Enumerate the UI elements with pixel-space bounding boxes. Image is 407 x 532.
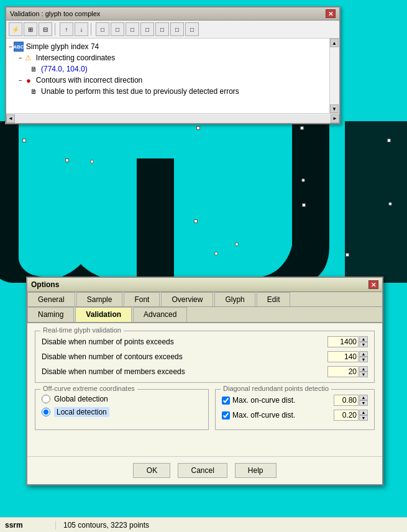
tree-item-label-3: Contours with incorrect direction [36,76,142,85]
handle-2[interactable] [300,126,304,130]
diagonal-spin-up-0[interactable]: ▲ [359,395,368,400]
offcurve-section: Off-curve extreme coordinates Global det… [35,389,209,430]
scrollbar-up-btn[interactable]: ▲ [330,39,339,47]
realtime-input-1[interactable] [327,351,359,362]
tab-sample[interactable]: Sample [76,292,123,306]
scrollbar-left-btn[interactable]: ◄ [6,114,15,123]
toolbar-btn-down[interactable]: ↓ [75,22,88,36]
toolbar-btn-4[interactable]: □ [140,22,154,36]
checkbox-oncurve-label: Max. on-curve dist. [232,396,331,405]
coord-icon: 🗎 [29,64,39,74]
toolbar-btn-1[interactable]: □ [96,22,109,36]
toolbar-btn-7[interactable]: □ [185,22,199,36]
handle-3[interactable] [22,139,26,142]
dialog-footer: OK Cancel Help [27,456,382,484]
handle-circle-1[interactable] [90,160,94,163]
toolbar-btn-3[interactable]: □ [126,22,139,36]
warning-icon: ⚠ [24,53,34,63]
tree-item-label-4: Unable to perform this test due to previ… [41,87,239,96]
spin-up-0[interactable]: ▲ [359,336,368,342]
status-left: ssrm [0,521,56,530]
tab-font[interactable]: Font [124,292,160,306]
cancel-button[interactable]: Cancel [178,463,227,478]
diagonal-input-1[interactable] [334,410,359,421]
realtime-input-0[interactable] [327,336,359,347]
info-icon: 🗎 [29,86,39,96]
error-icon: ● [24,75,34,85]
spin-up-2[interactable]: ▲ [359,366,368,372]
scrollbar-down-btn[interactable]: ▼ [330,104,339,113]
tab-naming[interactable]: Naming [27,307,74,322]
handle-7[interactable] [302,203,306,207]
toolbar-sep1 [55,23,57,35]
tree-row-1[interactable]: − ⚠ Intersecting coordinates [19,52,327,63]
tab-glyph[interactable]: Glyph [214,292,255,306]
realtime-legend: Real-time glyph validation [40,326,124,334]
validation-close-button[interactable]: ✕ [326,9,336,18]
offcurve-legend: Off-curve extreme coordinates [40,385,137,392]
checkbox-row-offcurve: Max. off-curve dist. ▲ ▼ [222,410,368,421]
diagonal-spin-up-1[interactable]: ▲ [359,410,368,415]
spin-down-1[interactable]: ▼ [359,357,368,362]
handle-4[interactable] [387,139,391,142]
realtime-spin-2: ▲ ▼ [327,366,368,377]
toolbar-btn-2[interactable]: □ [111,22,124,36]
realtime-input-2[interactable] [327,366,359,377]
checkbox-oncurve[interactable] [222,397,230,405]
realtime-row-0: Disable when number of points exceeds ▲ … [42,336,368,347]
handle-circle-4[interactable] [235,242,239,246]
handle-6[interactable] [194,219,198,223]
tree-row-3[interactable]: − ● Contours with incorrect direction [19,75,327,86]
tabs-row1: General Sample Font Overview Glyph Edit [27,292,382,307]
status-bar: ssrm 105 contours, 3223 points [0,517,407,532]
handle-circle-2[interactable] [301,178,305,182]
spin-down-2[interactable]: ▼ [359,372,368,377]
realtime-spinbtns-2: ▲ ▼ [359,366,368,377]
validation-tree: − ABC Simple glyph index 74 − ⚠ Intersec… [6,39,329,113]
toolbar-btn-collapse[interactable]: ⊟ [39,22,52,36]
diagonal-input-0[interactable] [334,395,359,406]
tree-row-2[interactable]: 🗎 (774.0, 104.0) [29,63,327,75]
toolbar-btn-expand[interactable]: ⊞ [24,22,37,36]
diagonal-spin-0: ▲ ▼ [334,395,368,406]
validation-hscrollbar[interactable]: ◄ ► [6,113,339,123]
options-close-button[interactable]: ✕ [368,280,378,289]
tab-general[interactable]: General [27,292,75,306]
spin-up-1[interactable]: ▲ [359,351,368,357]
handle-circle-5[interactable] [388,202,392,206]
tree-item-label-1: Intersecting coordinates [36,53,115,62]
tree-row-0[interactable]: − ABC Simple glyph index 74 [9,41,327,52]
ok-button[interactable]: OK [133,463,170,478]
spin-down-0[interactable]: ▼ [359,342,368,347]
tree-item-label-0: Simple glyph index 74 [26,42,99,51]
radio-global[interactable] [42,395,50,403]
toolbar-btn-up[interactable]: ↑ [60,22,73,36]
radio-row-global: Global detection [42,395,202,403]
diagonal-spinbtns-0: ▲ ▼ [359,395,368,406]
glyph-area [0,121,407,283]
validation-vscrollbar[interactable]: ▲ ▼ [329,39,339,113]
options-dialog: Options ✕ General Sample Font Overview G… [26,277,383,485]
realtime-spin-0: ▲ ▼ [327,336,368,347]
diagonal-spin-down-1[interactable]: ▼ [359,415,368,421]
diagonal-spin-1: ▲ ▼ [334,410,368,421]
handle-8[interactable] [345,253,349,257]
checkbox-row-oncurve: Max. on-curve dist. ▲ ▼ [222,395,368,406]
scrollbar-right-btn[interactable]: ► [331,114,339,123]
spacer [35,430,375,449]
toolbar-btn-5[interactable]: □ [155,22,169,36]
handle-5[interactable] [65,158,69,162]
radio-local[interactable] [42,408,50,416]
tab-advanced[interactable]: Advanced [133,307,187,322]
help-button[interactable]: Help [235,463,277,478]
tree-row-4[interactable]: 🗎 Unable to perform this test due to pre… [29,86,327,97]
tab-edit[interactable]: Edit [257,292,291,306]
checkbox-offcurve[interactable] [222,411,230,420]
toolbar-btn-6[interactable]: □ [170,22,184,36]
handle-1[interactable] [196,126,200,130]
diagonal-spin-down-0[interactable]: ▼ [359,400,368,406]
toolbar-btn-flash[interactable]: ⚡ [9,22,22,36]
tab-overview[interactable]: Overview [161,292,213,306]
tab-validation[interactable]: Validation [75,307,132,322]
handle-circle-3[interactable] [214,252,218,255]
